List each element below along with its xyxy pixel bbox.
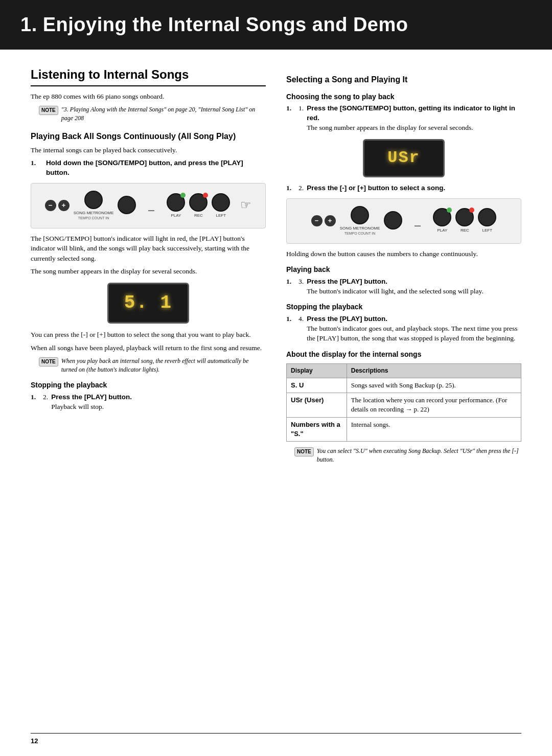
lcd-text-1: 5. 1	[124, 290, 172, 316]
play-button-item: PLAY	[167, 193, 185, 218]
su-note: NOTE You can select "S.U" when executing…	[294, 447, 521, 464]
play-label-2: PLAY	[437, 227, 447, 233]
button-group-right-2: PLAY REC LEFT	[433, 208, 496, 233]
hand-arrow-1: ☞	[240, 197, 251, 214]
metronome-button-item-2	[384, 211, 402, 231]
display-table: Display Descriptions S. U Songs saved wi…	[286, 363, 521, 442]
choosing-song-title: Choosing the song to play back	[286, 92, 521, 102]
su-desc: Songs saved with Song Backup (p. 25).	[347, 378, 521, 393]
lcd-display-1: 5. 1	[107, 283, 189, 324]
subsection-all-song-play: Playing Back All Songs Continuously (All…	[31, 131, 266, 142]
col-display: Display	[287, 364, 347, 378]
section-title-listening: Listening to Internal Songs	[31, 66, 266, 86]
chapter-header: 1. Enjoying the Internal Songs and Demo	[0, 0, 552, 50]
stopping-right-steps: 4. Press the [PLAY] button. The button's…	[286, 314, 521, 343]
rec-button-2[interactable]	[455, 208, 474, 226]
listening-note: NOTE "3. Playing Along with the Internal…	[39, 105, 266, 123]
step-1: Hold down the [SONG/TEMPO] button, and p…	[31, 158, 266, 178]
song-label-2: SONG METRONOME	[340, 225, 380, 231]
plus-button[interactable]: +	[58, 200, 70, 211]
left-label: LEFT	[216, 213, 226, 218]
rec-label-2: REC	[461, 227, 469, 233]
all-song-play-intro: The internal songs can be played back co…	[31, 145, 266, 155]
rec-button[interactable]	[189, 193, 208, 212]
table-row-usr: USr (User) The location where you can re…	[287, 393, 521, 417]
count-in-label: TEMPO COUNT IN	[78, 216, 109, 221]
lcd-display-usr: USr	[363, 139, 445, 177]
usr-label: USr (User)	[291, 396, 324, 404]
minus-plus-buttons: − +	[45, 200, 70, 211]
metronome-button-item	[118, 196, 136, 215]
minus-button-2[interactable]: −	[311, 215, 323, 226]
play-button-item-2: PLAY	[433, 208, 451, 233]
playing-back-steps: 3. Press the [PLAY] button. The button's…	[286, 277, 521, 296]
metronome-button-2[interactable]	[384, 211, 402, 230]
stopping-playback-title-left: Stopping the playback	[31, 380, 266, 391]
su-label: S. U	[291, 381, 304, 389]
col-descriptions: Descriptions	[347, 364, 521, 378]
note-label-3: NOTE	[294, 447, 314, 456]
control-panel-2: − + SONG METRONOME TEMPO COUNT IN ⎯	[286, 198, 521, 244]
note-label-1: NOTE	[39, 106, 58, 115]
su-note-text: You can select "S.U" when executing Song…	[317, 447, 521, 464]
rec-button-item-2: REC	[455, 208, 474, 233]
selecting-song-steps: 1. Press the [SONG/TEMPO] button, gettin…	[286, 104, 521, 133]
display-internal-songs-title: About the display for the internal songs	[286, 350, 521, 360]
all-songs-played-desc: When all songs have been played, playbac…	[31, 343, 266, 353]
play-button[interactable]	[167, 193, 185, 212]
usr-desc: The location where you can record your p…	[347, 393, 521, 417]
lcd-text-usr: USr	[387, 147, 420, 170]
playing-back-title: Playing back	[286, 265, 521, 275]
play-label: PLAY	[171, 213, 181, 218]
song-tempo-button-item: SONG METRONOME TEMPO COUNT IN	[74, 191, 114, 221]
step-r2: 2. Press the [-] or [+] button to select…	[286, 184, 521, 193]
selecting-song-steps-2: 2. Press the [-] or [+] button to select…	[286, 184, 521, 193]
table-row-numbers: Numbers with a "S." Internal songs.	[287, 417, 521, 441]
listening-intro: The ep 880 comes with 66 piano songs onb…	[31, 91, 266, 102]
step-2: 2. Press the [PLAY] button. Playback wil…	[31, 393, 266, 412]
count-in-label-2: TEMPO COUNT IN	[344, 231, 376, 236]
left-column: Listening to Internal Songs The ep 880 c…	[31, 66, 266, 468]
song-tempo-button-item-2: SONG METRONOME TEMPO COUNT IN	[340, 206, 380, 236]
page-footer: 12	[31, 733, 521, 746]
button-group-left: − + SONG METRONOME TEMPO COUNT IN	[45, 191, 136, 221]
rec-button-item: REC	[189, 193, 208, 218]
control-panel-1: − + SONG METRONOME TEMPO COUNT IN ⎯	[31, 183, 266, 228]
listening-note-text: "3. Playing Along with the Internal Song…	[61, 105, 266, 123]
metronome-button[interactable]	[118, 196, 136, 214]
all-song-play-desc1: The [SONG/TEMPO] button's indicator will…	[31, 234, 266, 264]
stopping-left-steps: 2. Press the [PLAY] button. Playback wil…	[31, 393, 266, 412]
selecting-song-title: Selecting a Song and Playing It	[286, 74, 521, 85]
button-group-right: PLAY REC LEFT	[167, 193, 230, 218]
song-label: SONG METRONOME	[74, 210, 114, 216]
button-group-left-2: − + SONG METRONOME TEMPO COUNT IN	[311, 206, 403, 236]
numbers-desc: Internal songs.	[347, 417, 521, 441]
left-button-2[interactable]	[478, 208, 496, 226]
step-r4: 4. Press the [PLAY] button. The button's…	[286, 314, 521, 343]
all-song-play-desc2: The song number appears in the display f…	[31, 266, 266, 277]
holding-down-desc: Holding down the button causes the numbe…	[286, 249, 521, 259]
minus-button[interactable]: −	[45, 200, 56, 211]
left-button[interactable]	[212, 193, 230, 212]
note-label-2: NOTE	[39, 357, 58, 366]
select-song-desc: You can press the [-] or [+] button to s…	[31, 330, 266, 340]
numbers-label: Numbers with a "S."	[291, 421, 340, 438]
left-label-2: LEFT	[482, 227, 493, 233]
step-r1: 1. Press the [SONG/TEMPO] button, gettin…	[286, 104, 521, 133]
right-column: Selecting a Song and Playing It Choosing…	[286, 66, 521, 468]
song-tempo-button[interactable]	[84, 191, 103, 209]
rec-label: REC	[194, 213, 203, 218]
plus-button-2[interactable]: +	[325, 215, 336, 226]
left-button-item-2: LEFT	[478, 208, 496, 233]
play-button-2[interactable]	[433, 208, 451, 226]
page-number: 12	[31, 737, 38, 745]
reverb-note: NOTE When you play back an internal song…	[39, 357, 266, 374]
all-song-play-steps: Hold down the [SONG/TEMPO] button, and p…	[31, 158, 266, 178]
table-row-su: S. U Songs saved with Song Backup (p. 25…	[287, 378, 521, 393]
song-tempo-button-2[interactable]	[351, 206, 369, 224]
stopping-playback-title-right: Stopping the playback	[286, 302, 521, 312]
reverb-note-text: When you play back an internal song, the…	[61, 357, 266, 374]
step-r3: 3. Press the [PLAY] button. The button's…	[286, 277, 521, 296]
left-button-item: LEFT	[212, 193, 230, 218]
minus-plus-2: − +	[311, 215, 336, 226]
